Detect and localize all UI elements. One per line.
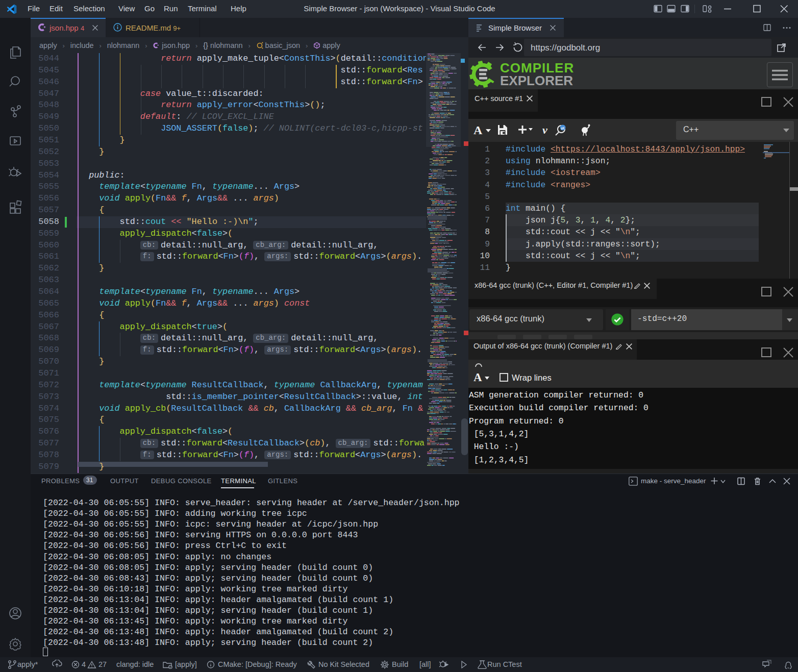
svg-text:v: v <box>542 124 547 136</box>
svg-text:A: A <box>473 371 482 384</box>
svg-text:A: A <box>473 124 483 137</box>
svg-text:⇄: ⇄ <box>561 126 565 131</box>
